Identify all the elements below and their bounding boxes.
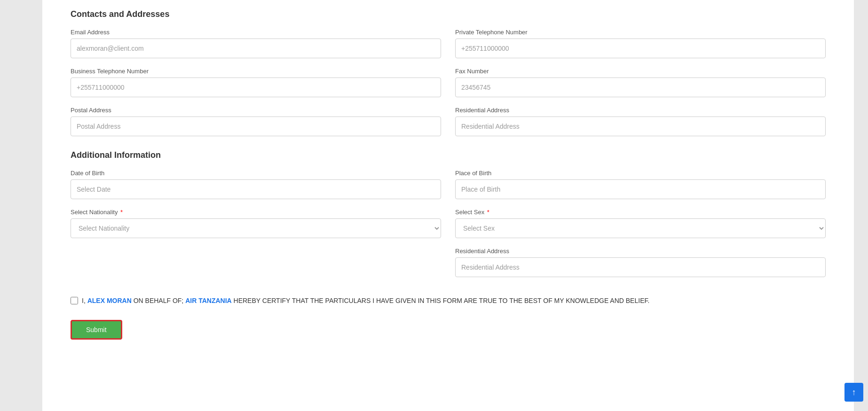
dob-pob-row: Date of Birth Place of Birth <box>71 170 826 199</box>
additional-residential-input[interactable] <box>455 257 826 277</box>
email-phone-row: Email Address Private Telephone Number <box>71 29 826 58</box>
business-phone-input[interactable] <box>71 78 441 97</box>
business-phone-label: Business Telephone Number <box>71 68 441 75</box>
nationality-select[interactable]: Select Nationality <box>71 218 441 238</box>
certification-checkbox[interactable] <box>71 297 78 304</box>
private-phone-group: Private Telephone Number <box>455 29 826 58</box>
place-of-birth-group: Place of Birth <box>455 170 826 199</box>
private-phone-input[interactable] <box>455 39 826 58</box>
business-fax-row: Business Telephone Number Fax Number <box>71 68 826 97</box>
nationality-group: Select Nationality * Select Nationality <box>71 209 441 238</box>
additional-address-spacer <box>71 248 441 277</box>
postal-address-label: Postal Address <box>71 107 441 114</box>
email-input[interactable] <box>71 39 441 58</box>
business-phone-group: Business Telephone Number <box>71 68 441 97</box>
certification-row: I, ALEX MORAN ON BEHALF OF; AIR TANZANIA… <box>71 296 826 306</box>
submit-button[interactable]: Submit <box>71 320 122 340</box>
nationality-required: * <box>118 209 123 216</box>
additional-title: Additional Information <box>71 150 826 160</box>
certification-text: I, ALEX MORAN ON BEHALF OF; AIR TANZANIA… <box>82 296 649 306</box>
email-label: Email Address <box>71 29 441 36</box>
contacts-section: Contacts and Addresses Email Address Pri… <box>71 9 826 136</box>
left-sidebar <box>0 0 42 411</box>
place-of-birth-input[interactable] <box>455 179 826 199</box>
dob-group: Date of Birth <box>71 170 441 199</box>
fax-group: Fax Number <box>455 68 826 97</box>
additional-residential-label: Residential Address <box>455 248 826 255</box>
postal-address-input[interactable] <box>71 116 441 136</box>
additional-section: Additional Information Date of Birth Pla… <box>71 150 826 277</box>
contacts-title: Contacts and Addresses <box>71 9 826 19</box>
right-sidebar <box>854 0 868 411</box>
submit-button-wrapper: Submit <box>71 320 826 340</box>
fax-label: Fax Number <box>455 68 826 75</box>
residential-address-input[interactable] <box>455 116 826 136</box>
dob-label: Date of Birth <box>71 170 441 177</box>
cert-company-name: AIR TANZANIA <box>185 297 232 304</box>
additional-residential-group: Residential Address <box>455 248 826 277</box>
nationality-label: Select Nationality * <box>71 209 441 216</box>
main-content: Contacts and Addresses Email Address Pri… <box>42 0 854 411</box>
residential-address-label: Residential Address <box>455 107 826 114</box>
cert-user-name: ALEX MORAN <box>87 297 132 304</box>
fax-input[interactable] <box>455 78 826 97</box>
postal-address-group: Postal Address <box>71 107 441 136</box>
sex-select[interactable]: Select Sex <box>455 218 826 238</box>
scroll-to-top-button[interactable]: ↑ <box>844 383 863 402</box>
sex-required: * <box>485 209 489 216</box>
dob-input[interactable] <box>71 179 441 199</box>
address-row: Postal Address Residential Address <box>71 107 826 136</box>
private-phone-label: Private Telephone Number <box>455 29 826 36</box>
email-group: Email Address <box>71 29 441 58</box>
nationality-sex-row: Select Nationality * Select Nationality … <box>71 209 826 238</box>
sex-label: Select Sex * <box>455 209 826 216</box>
place-of-birth-label: Place of Birth <box>455 170 826 177</box>
additional-address-row: Residential Address <box>71 248 826 277</box>
residential-address-group: Residential Address <box>455 107 826 136</box>
sex-group: Select Sex * Select Sex <box>455 209 826 238</box>
